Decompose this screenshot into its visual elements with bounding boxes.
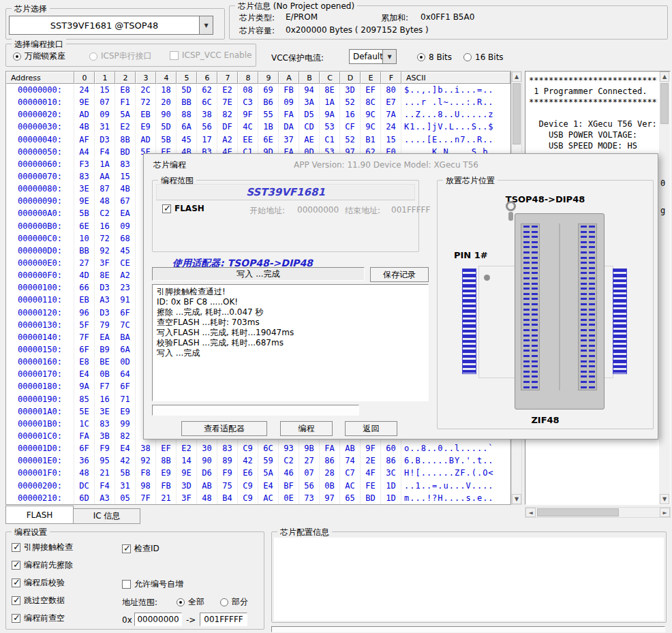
hex-byte[interactable]: 07 xyxy=(299,467,320,479)
hex-byte[interactable]: DA xyxy=(279,121,299,133)
radio-selected-icon[interactable] xyxy=(177,598,185,606)
hex-column-header[interactable]: E xyxy=(361,72,381,84)
icsp-vcc-checkbox[interactable]: ICSP_VCC Enable xyxy=(170,50,251,60)
checkbox-icon[interactable] xyxy=(122,580,131,589)
hex-byte[interactable]: 20 xyxy=(156,96,177,108)
hex-ascii[interactable]: K1..]jV.L...S..$ xyxy=(401,121,510,133)
hex-byte[interactable]: FE xyxy=(361,480,381,492)
hex-byte[interactable]: 3B xyxy=(95,430,115,442)
hex-byte[interactable]: 8B xyxy=(115,134,136,146)
checkbox-checked-icon[interactable] xyxy=(162,204,171,213)
hex-byte[interactable]: 56 xyxy=(299,480,320,492)
hex-byte[interactable]: 9C xyxy=(361,121,381,133)
hex-byte[interactable]: B9 xyxy=(95,343,115,356)
hex-byte[interactable]: 5B xyxy=(115,467,136,479)
hex-byte[interactable]: 86 xyxy=(381,454,401,467)
hex-byte[interactable]: 21 xyxy=(156,492,177,504)
hex-byte[interactable]: 3D xyxy=(340,84,361,96)
radio-icon[interactable] xyxy=(89,52,97,61)
hex-byte[interactable]: BD xyxy=(115,146,136,158)
hex-byte[interactable]: 48 xyxy=(74,467,95,479)
hex-byte[interactable]: 37 xyxy=(279,134,299,146)
hex-byte[interactable]: 7F xyxy=(136,492,156,504)
hex-byte[interactable]: FA xyxy=(320,442,340,454)
hex-byte[interactable]: 86 xyxy=(320,454,340,467)
hex-byte[interactable]: C9 xyxy=(238,492,258,504)
bits-8-radio[interactable]: 8 Bits xyxy=(417,52,452,62)
hex-byte[interactable]: C2 xyxy=(95,207,115,219)
hex-byte[interactable]: 1C xyxy=(74,418,95,430)
hex-column-header[interactable]: 1 xyxy=(95,72,115,84)
checkbox-checked-icon[interactable] xyxy=(12,561,20,570)
hex-byte[interactable]: 10 xyxy=(74,232,95,245)
hex-byte[interactable]: F4 xyxy=(95,146,115,158)
hex-byte[interactable]: 0D xyxy=(115,356,136,368)
hex-byte[interactable]: EA xyxy=(115,207,136,219)
hex-byte[interactable]: 98 xyxy=(136,480,156,492)
hex-byte[interactable]: 93 xyxy=(279,442,299,454)
dialog-flash-checkbox[interactable]: FLASH xyxy=(162,204,204,213)
hex-byte[interactable]: 52 xyxy=(340,96,361,108)
hex-byte[interactable]: 79 xyxy=(95,319,115,331)
hex-column-header[interactable]: A xyxy=(279,72,299,84)
range-end-input[interactable]: 001FFFFF xyxy=(200,613,247,626)
range-part-radio[interactable]: 部分 xyxy=(220,596,248,608)
hex-byte[interactable]: 38 xyxy=(197,108,217,121)
hex-byte[interactable]: 6C xyxy=(197,96,217,108)
hex-byte[interactable]: 90 xyxy=(156,108,177,121)
hex-column-header[interactable]: 5 xyxy=(177,72,197,84)
hex-byte[interactable]: 9C xyxy=(361,108,381,121)
hex-byte[interactable]: 1B xyxy=(258,121,279,133)
hex-byte[interactable]: A3 xyxy=(95,492,115,504)
hex-byte[interactable]: 7E xyxy=(217,96,238,108)
hex-byte[interactable]: 9A xyxy=(320,108,340,121)
hex-byte[interactable]: E9 xyxy=(136,121,156,133)
hex-byte[interactable]: 6E xyxy=(258,134,279,146)
hex-byte[interactable]: B4 xyxy=(217,492,238,504)
hex-byte[interactable]: 42 xyxy=(115,454,136,467)
hex-column-header[interactable]: 0 xyxy=(74,72,95,84)
hex-byte[interactable]: 4B xyxy=(74,121,95,133)
hex-byte[interactable]: 38 xyxy=(136,442,156,454)
scroll-up-icon[interactable]: ▲ xyxy=(660,72,669,82)
hex-byte[interactable]: 5A xyxy=(258,467,279,479)
hex-byte[interactable]: C9 xyxy=(238,442,258,454)
bits-16-radio[interactable]: 16 Bits xyxy=(463,52,504,62)
hex-byte[interactable]: 4D xyxy=(74,269,95,281)
hex-byte[interactable]: 42 xyxy=(238,454,258,467)
hex-byte[interactable]: AD xyxy=(136,134,156,146)
chip-select-dropdown-button[interactable]: ▼ xyxy=(200,16,213,35)
hex-column-header[interactable]: ASCII xyxy=(401,72,510,84)
hex-byte[interactable]: AC xyxy=(340,480,361,492)
hex-byte[interactable]: E9 xyxy=(115,405,136,418)
radio-icon[interactable] xyxy=(463,53,472,61)
hex-byte[interactable]: 99 xyxy=(115,418,136,430)
scroll-up-icon[interactable]: ▲ xyxy=(512,72,521,82)
hex-column-header[interactable]: 9 xyxy=(258,72,279,84)
hex-byte[interactable]: 14 xyxy=(177,454,197,467)
hex-byte[interactable]: 48 xyxy=(95,195,115,207)
hex-byte[interactable]: 6D xyxy=(74,492,95,504)
hex-byte[interactable]: BB xyxy=(74,245,95,257)
hex-byte[interactable]: 89 xyxy=(217,454,238,467)
hex-byte[interactable]: 83 xyxy=(217,442,238,454)
hex-byte[interactable]: 83 xyxy=(95,418,115,430)
hex-byte[interactable]: CD xyxy=(299,121,320,133)
settings-checkbox-row[interactable]: 编程后校验 xyxy=(12,577,73,588)
hex-ascii[interactable]: ....[E...n7..R.. xyxy=(401,134,510,146)
hex-byte[interactable]: F4 xyxy=(95,480,115,492)
hex-byte[interactable]: CF xyxy=(340,121,361,133)
hex-byte[interactable]: 05 xyxy=(115,492,136,504)
hex-byte[interactable]: 83 xyxy=(115,158,136,170)
log-hscrollbar-thumb[interactable] xyxy=(537,508,619,516)
hex-byte[interactable]: 90 xyxy=(197,454,217,467)
hex-byte[interactable]: C1 xyxy=(320,134,340,146)
hex-column-header[interactable]: 3 xyxy=(136,72,156,84)
hex-byte[interactable]: 48 xyxy=(197,492,217,504)
hex-byte[interactable]: BF xyxy=(279,480,299,492)
checkbox-checked-icon[interactable] xyxy=(12,596,20,605)
hex-byte[interactable]: 24 xyxy=(74,84,95,96)
hex-byte[interactable]: 16 xyxy=(95,393,115,405)
hex-byte[interactable]: 82 xyxy=(217,108,238,121)
hex-byte[interactable]: 82 xyxy=(115,430,136,442)
